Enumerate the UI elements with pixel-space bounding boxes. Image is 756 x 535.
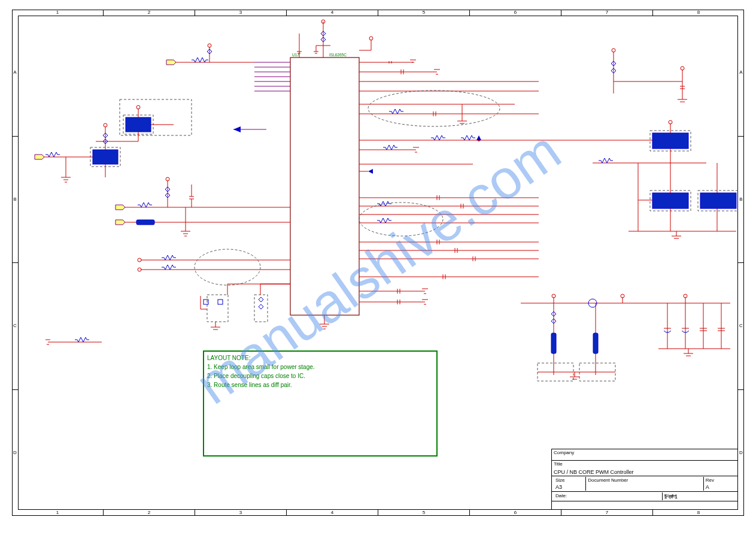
ground-icon — [61, 177, 71, 182]
note-line: 3. Route sense lines as diff pair. — [207, 380, 429, 389]
resistor-icon — [192, 58, 208, 62]
svg-marker-30 — [116, 205, 125, 210]
ic-body — [290, 58, 359, 315]
svg-point-44 — [195, 249, 260, 285]
ruler-col: 1 — [12, 510, 103, 516]
vid-bus — [254, 62, 290, 91]
ruler-row: C — [738, 262, 744, 389]
resistor-icon — [45, 152, 60, 157]
svg-marker-24 — [35, 155, 44, 159]
jumper-icon — [207, 295, 228, 322]
svg-marker-80 — [368, 169, 373, 174]
ruler-col: 4 — [286, 510, 378, 516]
fet-icon — [652, 193, 688, 208]
ruler-col: 3 — [195, 510, 286, 516]
fet-icon — [93, 150, 118, 164]
fet-icon — [126, 117, 151, 132]
ruler-row: D — [12, 389, 18, 516]
note-line: LAYOUT NOTE: — [207, 353, 429, 362]
svg-point-73 — [368, 90, 500, 126]
ruler-row: A — [12, 10, 18, 136]
ruler-row: D — [738, 389, 744, 516]
cap-bank — [658, 303, 730, 356]
ruler-col: 2 — [103, 510, 195, 516]
ruler-col: 7 — [561, 10, 652, 16]
ruler-col: 8 — [652, 10, 744, 16]
svg-marker-76 — [476, 135, 481, 140]
tb-rev: A — [706, 484, 709, 490]
ruler-col: 2 — [103, 10, 195, 16]
port-icon — [166, 60, 176, 65]
tb-company-label: Company — [554, 450, 574, 455]
title-block: Company Title CPU / NB CORE PWM Controll… — [551, 449, 738, 510]
fet-icon — [652, 133, 688, 149]
fet-icon — [700, 193, 736, 208]
ruler-col: 3 — [195, 10, 286, 16]
note-text: LAYOUT NOTE: 1. Keep loop area small for… — [207, 353, 429, 389]
note-line: 2. Place decoupling caps close to IC. — [207, 371, 429, 380]
tb-title: CPU / NB CORE PWM Controller — [554, 469, 634, 475]
schematic-canvas: U17 ISL6265C — [18, 16, 738, 510]
bead-icon — [593, 333, 598, 353]
svg-rect-51 — [254, 295, 268, 322]
ruler-col: 5 — [378, 10, 469, 16]
ruler-row: C — [12, 262, 18, 389]
ruler-top: 1 2 3 4 5 6 7 8 — [12, 10, 744, 16]
svg-rect-50 — [218, 300, 223, 304]
ruler-right: A B C D — [738, 10, 744, 516]
ruler-bottom: 1 2 3 4 5 6 7 8 — [12, 510, 744, 516]
ruler-row: A — [738, 10, 744, 136]
ruler-col: 4 — [286, 10, 378, 16]
ruler-col: 1 — [12, 10, 103, 16]
svg-rect-49 — [204, 300, 208, 304]
tb-size: A3 — [555, 484, 562, 490]
bead-icon — [136, 220, 154, 225]
bead-icon — [551, 333, 556, 353]
ruler-left: A B C D — [12, 10, 18, 516]
ruler-row: B — [738, 136, 744, 263]
ruler-col: 6 — [469, 10, 561, 16]
ruler-row: B — [12, 136, 18, 263]
ruler-col: 6 — [469, 510, 561, 516]
note-line: 1. Keep loop area small for power stage. — [207, 362, 429, 371]
ruler-col: 8 — [652, 510, 744, 516]
ic-right-pins — [359, 37, 557, 304]
schematic-page: 1 2 3 4 5 6 7 8 1 2 3 4 5 6 7 8 A B C D … — [0, 0, 756, 535]
tb-sheet: 1 of 1 — [664, 494, 678, 500]
ruler-col: 5 — [378, 510, 469, 516]
ic-pn: ISL6265C — [329, 53, 347, 57]
svg-point-89 — [359, 202, 443, 236]
tb-title-label: Title — [554, 461, 563, 467]
offpage-arrow-icon — [233, 126, 241, 132]
ruler-col: 7 — [561, 510, 652, 516]
svg-marker-39 — [116, 220, 125, 225]
